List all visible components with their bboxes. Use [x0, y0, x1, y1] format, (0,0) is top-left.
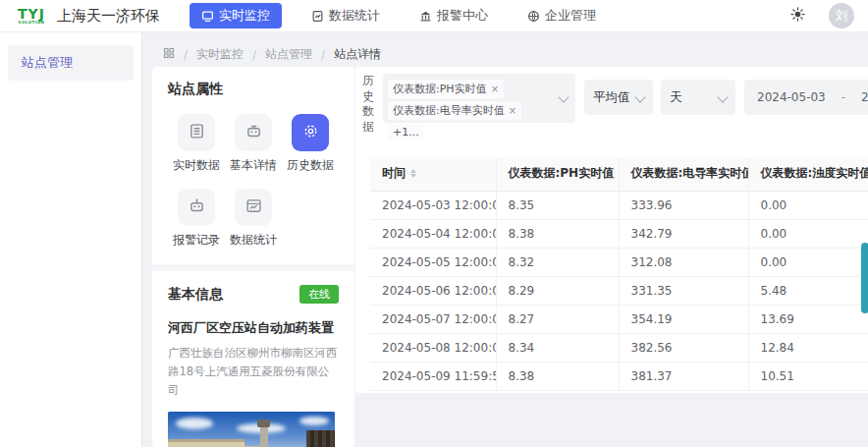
stats-window-icon — [245, 197, 262, 218]
column-header-turbidity[interactable]: 仪表数据:浊度实时值 — [748, 157, 868, 191]
remove-tag-icon[interactable]: × — [509, 105, 516, 116]
globe-icon — [527, 10, 540, 23]
table-row: 2024-05-05 12:00:008.32312.080.00 — [370, 248, 868, 276]
column-header-ph[interactable]: 仪表数据:PH实时值 — [496, 157, 619, 191]
metric-multiselect[interactable]: 仪表数据:PH实时值× 仪表数据:电导率实时值× +1... — [383, 74, 575, 123]
nav-item-realtime-monitor[interactable]: 实时监控 — [190, 3, 282, 28]
nav-item-data-statistics[interactable]: 数据统计 — [301, 3, 390, 28]
cell-conductivity: 342.79 — [619, 219, 748, 248]
tile-alarm-records[interactable]: 报警记录 — [168, 189, 225, 249]
cell-ph: 8.27 — [496, 305, 619, 333]
cell-conductivity: 381.37 — [619, 362, 748, 390]
sidebar-item-station-management[interactable]: 站点管理 — [8, 45, 134, 81]
cell-turbidity: 13.69 — [748, 305, 868, 333]
table-scrollbar-thumb[interactable] — [861, 243, 868, 313]
cell-time: 2024-05-06 12:00:00 — [370, 276, 496, 305]
cell-ph: 8.38 — [496, 219, 619, 248]
tile-basic-details[interactable]: 基本详情 — [225, 114, 282, 174]
breadcrumb-separator: / — [252, 48, 256, 62]
nav-label: 实时监控 — [219, 7, 270, 25]
main-nav: 实时监控 数据统计 报警中心 企业管理 — [190, 3, 606, 28]
nav-item-alarm-center[interactable]: 报警中心 — [409, 3, 498, 28]
cell-turbidity: 0.00 — [748, 219, 868, 248]
top-navbar: TYJ SOLUTION 上海天一济环保 实时监控 数据统计 报警中心 企业管理… — [0, 0, 868, 32]
basic-info-title: 基本信息 — [168, 286, 223, 304]
cell-turbidity: 10.51 — [748, 362, 868, 390]
grid-icon — [163, 47, 175, 62]
breadcrumb-station-detail: 站点详情 — [334, 46, 381, 63]
date-separator: - — [841, 90, 845, 104]
table-row: 2024-05-09 11:59:598.38381.3710.51 — [370, 362, 868, 390]
station-address: 广西壮族自治区柳州市柳南区河西路18号上汽通用五菱股份有限公司 — [168, 344, 339, 400]
station-photo — [168, 412, 335, 447]
nav-item-enterprise-management[interactable]: 企业管理 — [517, 3, 606, 28]
remove-tag-icon[interactable]: × — [491, 84, 499, 94]
cell-time: 2024-05-05 12:00:00 — [370, 248, 496, 276]
cell-turbidity: 0.00 — [748, 248, 868, 276]
breadcrumb-separator: / — [321, 48, 325, 62]
cell-ph: 8.35 — [496, 191, 619, 219]
more-tags-badge[interactable]: +1... — [388, 124, 424, 140]
table-row: 2024-05-03 12:00:008.35333.960.00 — [370, 191, 868, 219]
cell-time: 2024-05-03 12:00:00 — [370, 191, 496, 219]
cell-ph: 8.38 — [496, 362, 619, 390]
cell-time: 2024-05-09 11:59:59 — [370, 362, 496, 390]
chevron-down-icon — [717, 91, 728, 102]
cell-conductivity: 354.19 — [619, 305, 748, 333]
gear-icon — [302, 123, 319, 143]
logo-text: TYJ — [14, 7, 49, 21]
cell-time: 2024-05-07 12:00:00 — [370, 305, 496, 333]
chart-document-icon — [311, 10, 324, 23]
aggregation-select[interactable]: 平均值 — [584, 80, 653, 115]
column-header-time[interactable]: 时间 — [370, 157, 496, 191]
chevron-down-icon — [558, 91, 569, 102]
tile-realtime-data[interactable]: 实时数据 — [168, 114, 225, 174]
selected-metric-tag[interactable]: 仪表数据:PH实时值× — [388, 80, 504, 98]
robot-icon — [245, 123, 262, 143]
station-attributes-title: 站点属性 — [168, 81, 339, 98]
table-row: 2024-05-07 12:00:008.27354.1913.69 — [370, 305, 868, 333]
nav-label: 数据统计 — [329, 7, 380, 25]
cell-turbidity: 5.48 — [748, 276, 868, 305]
interval-select[interactable]: 天 — [661, 80, 735, 115]
breadcrumb-realtime-monitor[interactable]: 实时监控 — [196, 46, 244, 63]
breadcrumb: / 实时监控 / 站点管理 / 站点详情 — [163, 46, 381, 63]
table-header-row: 时间 仪表数据:PH实时值 仪表数据:电导率实时值 仪表数据:浊度实时值 — [370, 157, 868, 191]
theme-sun-icon[interactable] — [790, 7, 805, 26]
status-badge-online: 在线 — [299, 285, 339, 304]
tile-history-data[interactable]: 历史数据 — [282, 114, 339, 174]
brand-title: 上海天一济环保 — [57, 7, 160, 26]
date-start: 2024-05-03 — [757, 90, 826, 104]
station-action-tiles: 实时数据 基本详情 历史数据 报警记录 数据统计 — [168, 114, 339, 249]
user-avatar[interactable]: 刘 — [829, 3, 854, 28]
cell-conductivity: 333.96 — [619, 191, 748, 219]
history-data-card: 历史数据 仪表数据:PH实时值× 仪表数据:电导率实时值× +1... 平均值 … — [355, 67, 868, 393]
cell-ph: 8.32 — [496, 248, 619, 276]
sort-icon[interactable] — [410, 169, 416, 178]
bank-alarm-icon — [419, 10, 432, 23]
nav-label: 企业管理 — [545, 7, 596, 25]
cell-turbidity: 12.84 — [748, 333, 868, 362]
logo-subtext: SOLUTION — [14, 21, 49, 25]
selected-metric-tag[interactable]: 仪表数据:电导率实时值× — [388, 101, 521, 120]
cell-conductivity: 331.35 — [619, 276, 748, 305]
cell-conductivity: 312.08 — [619, 248, 748, 276]
cell-ph: 8.29 — [496, 276, 619, 305]
date-end: 2024- — [861, 90, 868, 104]
robot-alert-icon — [189, 197, 205, 218]
history-data-table: 时间 仪表数据:PH实时值 仪表数据:电导率实时值 仪表数据:浊度实时值 202… — [370, 157, 868, 393]
breadcrumb-station-management[interactable]: 站点管理 — [265, 46, 312, 63]
table-row: 2024-05-08 12:00:008.34382.5612.84 — [370, 333, 868, 362]
table-row: 2024-05-06 12:00:008.29331.355.48 — [370, 276, 868, 305]
date-range-picker[interactable]: 2024-05-03 - 2024- — [744, 80, 868, 115]
column-header-conductivity[interactable]: 仪表数据:电导率实时值 — [619, 157, 748, 191]
breadcrumb-separator: / — [184, 48, 188, 62]
cell-conductivity: 382.56 — [619, 333, 748, 362]
section-divider — [152, 264, 354, 271]
left-sidebar: 站点管理 — [0, 32, 142, 447]
tile-data-statistics[interactable]: 数据统计 — [225, 189, 282, 249]
station-panel-card: 站点属性 实时数据 基本详情 历史数据 报警记录 数据统计 基本信息 在线 河西… — [152, 67, 354, 447]
cell-ph: 8.34 — [496, 333, 619, 362]
nav-label: 报警中心 — [437, 7, 488, 25]
cell-time: 2024-05-08 12:00:00 — [370, 333, 496, 362]
